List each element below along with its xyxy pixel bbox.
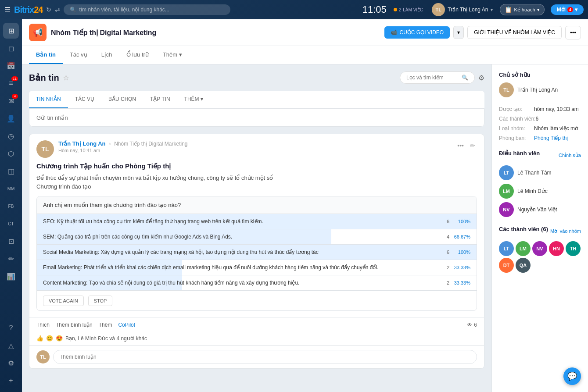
- owner-item: TL Trần Thị Long An: [499, 82, 581, 97]
- poll-option-1[interactable]: SEM: Quảng cáo trả phí trên các công cụ …: [37, 229, 477, 245]
- new-button[interactable]: Mới 4 ▾: [551, 4, 584, 15]
- feed-title: Bản tin ☆: [29, 72, 69, 83]
- comment-button[interactable]: Thêm bình luận: [56, 322, 93, 328]
- inner-tab-tap-tin[interactable]: TẬP TIN: [143, 91, 177, 108]
- sidebar-item-crm[interactable]: ⬡: [3, 146, 19, 161]
- sidebar-item-calendar[interactable]: 📅: [3, 58, 19, 74]
- poll-option-text-1: SEM: Quảng cáo trả phí trên các công cụ …: [43, 234, 443, 240]
- poll-option-3[interactable]: Email Marketing: Phát triển và triển kha…: [37, 260, 477, 275]
- sidebar-item-notifications[interactable]: △: [3, 338, 19, 353]
- sidebar-item-feed[interactable]: ◻: [3, 40, 19, 56]
- plan-dropdown-icon: ▾: [537, 7, 540, 13]
- plan-selector[interactable]: 📋 Kế hoạch ▾: [500, 4, 544, 15]
- post-edit-button[interactable]: ✏: [468, 140, 477, 151]
- poll-option-text-3: Email Marketing: Phát triển và triển kha…: [43, 264, 443, 271]
- eye-count: 6: [474, 322, 477, 328]
- post-body-line2: Chương trình đào tạo: [36, 182, 477, 191]
- video-label: CUỘC GỌI VIDEO: [400, 29, 444, 36]
- more-options-button[interactable]: •••: [565, 26, 581, 39]
- feed-search-input[interactable]: [406, 75, 459, 81]
- poll-option-text-2: Social Media Marketing: Xây dựng và quản…: [43, 249, 443, 255]
- sidebar-item-contacts[interactable]: 👤: [3, 110, 19, 126]
- comment-row: TL: [36, 350, 477, 364]
- feed-header: Bản tin ☆ 🔍 ⚙: [29, 71, 484, 84]
- member-avatar-3[interactable]: HN: [549, 241, 564, 256]
- reaction-heart: 😍: [56, 335, 63, 342]
- intro-button[interactable]: GIỚI THIỆU VỀ NHÓM LÀM VIỆC: [467, 26, 562, 39]
- sidebar-item-drive[interactable]: ◫: [3, 163, 19, 179]
- comment-input[interactable]: [53, 350, 477, 364]
- user-menu[interactable]: TL Trần Thị Long An ▾: [432, 3, 493, 16]
- video-call-button[interactable]: 📹 CUỘC GỌI VIDEO: [384, 26, 450, 39]
- sidebar-item-help[interactable]: ?: [3, 320, 19, 336]
- sidebar-item-ct[interactable]: CT: [3, 216, 19, 232]
- copilot-button[interactable]: CoPilot: [118, 322, 135, 328]
- message-composer: [29, 109, 484, 127]
- sidebar-item-groups[interactable]: ◷: [3, 128, 19, 144]
- member-avatar-1[interactable]: LM: [516, 241, 531, 256]
- sidebar-item-shop[interactable]: ⊡: [3, 233, 19, 249]
- sidebar-item-add[interactable]: +: [3, 373, 19, 388]
- poll-container: Anh chị em muốn tham gia chương trình đà…: [36, 196, 477, 311]
- member-avatar-4[interactable]: TH: [566, 241, 581, 256]
- stop-poll-button[interactable]: STOP: [88, 296, 113, 306]
- favorite-star-icon[interactable]: ☆: [63, 74, 69, 82]
- member-avatar-5[interactable]: DT: [499, 258, 514, 273]
- message-input[interactable]: [36, 114, 477, 121]
- sidebar-item-edit[interactable]: ✏: [3, 251, 19, 267]
- main-layout: ⊞ ◻ 📅 ≡11 ✉4 👤 ◷ ⬡ ◫ MM FB CT ⊡ ✏ 📊 ? △ …: [0, 19, 588, 392]
- member-avatar-6[interactable]: QA: [516, 258, 531, 273]
- inner-tab-them[interactable]: THÊM ▾: [177, 91, 210, 108]
- admin-name-2[interactable]: Nguyễn Văn Việt: [517, 207, 557, 213]
- like-button[interactable]: Thích: [36, 322, 50, 328]
- inner-tab-bau-chon[interactable]: BẦU CHỌN: [101, 91, 143, 108]
- post-more-button[interactable]: •••: [455, 140, 466, 151]
- poll-option-0[interactable]: SEO: Kỹ thuật tối ưu hóa công cụ tìm kiế…: [37, 214, 477, 229]
- poll-count-0: 6: [447, 219, 449, 224]
- sidebar-item-analytics[interactable]: 📊: [3, 268, 19, 284]
- tab-lich[interactable]: Lịch: [94, 46, 119, 64]
- admin-avatar-2: NV: [499, 202, 514, 217]
- tab-o-luu-tru[interactable]: Ổ lưu trữ: [119, 46, 156, 64]
- sidebar-item-fb[interactable]: FB: [3, 198, 19, 214]
- chat-button[interactable]: 💬: [563, 367, 581, 385]
- inner-tab-tac-vu[interactable]: TÁC VỤ: [68, 91, 101, 108]
- sidebar-item-home[interactable]: ⊞: [3, 23, 19, 39]
- menu-icon[interactable]: ☰: [4, 6, 11, 14]
- created-label: Được tạo:: [499, 106, 534, 112]
- owner-name[interactable]: Trần Thị Long An: [517, 87, 558, 93]
- sidebar-item-mm[interactable]: MM: [3, 181, 19, 196]
- dept-label: Phòng ban:: [499, 135, 534, 141]
- tab-ban-tin[interactable]: Bản tin: [29, 46, 63, 64]
- search-input[interactable]: [79, 7, 224, 13]
- sidebar-item-tasks[interactable]: ≡11: [3, 75, 19, 91]
- poll-count-4: 2: [447, 280, 449, 285]
- user-name: Trần Thị Long An: [448, 7, 488, 13]
- admin-avatar-1: LM: [499, 184, 514, 199]
- inner-tab-tin-nhan[interactable]: TIN NHẮN: [29, 91, 68, 108]
- video-dropdown-button[interactable]: ▾: [453, 26, 464, 39]
- poll-option-4[interactable]: Content Marketing: Tạo và chia sẻ nội du…: [37, 275, 477, 291]
- sidebar-item-settings[interactable]: ⚙: [3, 355, 19, 371]
- sidebar-item-messages[interactable]: ✉4: [3, 93, 19, 109]
- edit-admins-link[interactable]: Chỉnh sửa: [559, 153, 581, 158]
- member-avatar-2[interactable]: NV: [532, 241, 547, 256]
- vote-again-button[interactable]: VOTE AGAIN: [43, 296, 84, 306]
- feed-search[interactable]: 🔍: [400, 71, 475, 84]
- refresh-icon[interactable]: ↻: [46, 6, 51, 13]
- type-label: Loại nhóm:: [499, 125, 534, 132]
- global-search[interactable]: 🔍: [64, 4, 230, 15]
- admin-name-0[interactable]: Lê Thanh Tâm: [517, 170, 552, 176]
- swap-icon[interactable]: ⇄: [55, 6, 60, 13]
- dept-row: Phòng ban: Phòng Tiếp thị: [499, 135, 581, 141]
- tab-them[interactable]: Thêm ▾: [156, 46, 189, 64]
- member-avatar-0[interactable]: LT: [499, 241, 514, 256]
- dept-link[interactable]: Phòng Tiếp thị: [534, 135, 568, 141]
- poll-option-2[interactable]: Social Media Marketing: Xây dựng và quản…: [37, 245, 477, 260]
- feed-settings-icon[interactable]: ⚙: [478, 74, 484, 82]
- tab-tac-vu[interactable]: Tác vụ: [63, 46, 94, 64]
- post-author-name[interactable]: Trần Thị Long An: [58, 140, 106, 147]
- them-button[interactable]: Thêm: [99, 322, 112, 328]
- admin-name-1[interactable]: Lê Minh Đức: [517, 188, 548, 194]
- invite-link[interactable]: Mời vào nhóm: [550, 228, 581, 234]
